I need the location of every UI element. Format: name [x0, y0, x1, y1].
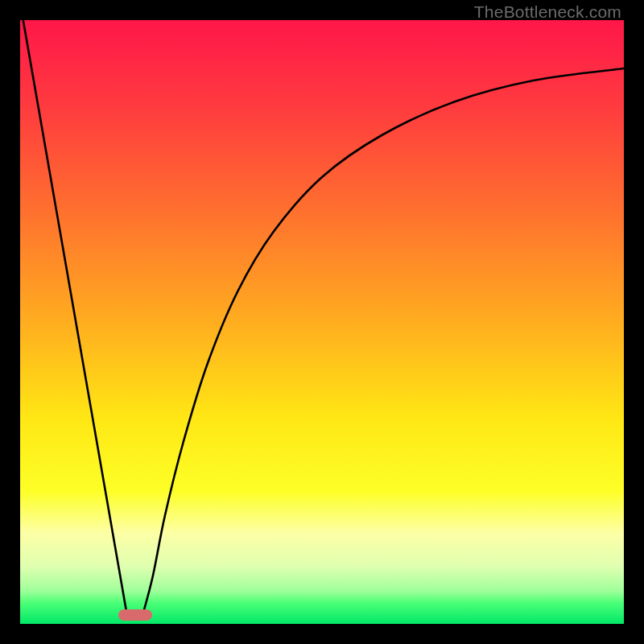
curve-layer: [20, 20, 624, 624]
outer-frame: TheBottleneck.com: [0, 0, 644, 644]
minimum-marker: [118, 609, 152, 621]
curve-right-branch: [142, 68, 624, 615]
watermark-text: TheBottleneck.com: [474, 2, 621, 22]
curve-left-branch: [23, 20, 127, 615]
plot-area: [20, 20, 624, 624]
